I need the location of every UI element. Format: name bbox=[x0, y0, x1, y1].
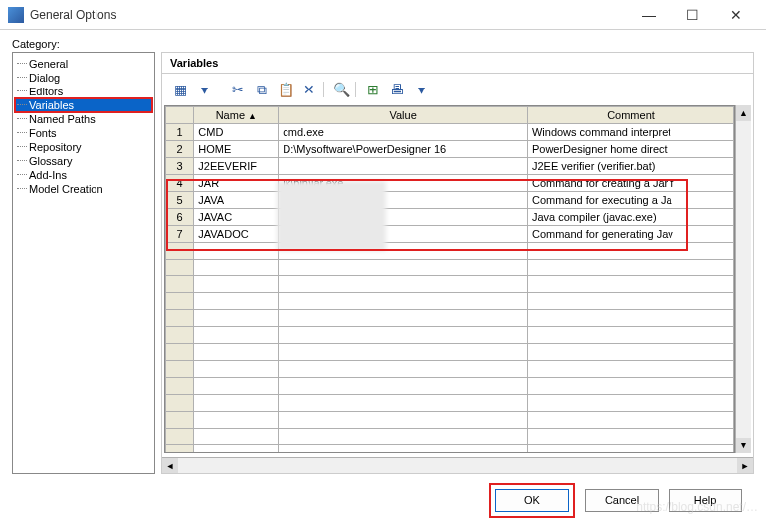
copy-icon[interactable]: ⧉ bbox=[252, 80, 272, 99]
horizontal-scrollbar[interactable]: ◄ ► bbox=[162, 457, 753, 473]
cell-value[interactable]: cmd.exe bbox=[279, 124, 528, 141]
tree-item-add-ins[interactable]: Add-Ins bbox=[15, 168, 152, 182]
close-button[interactable]: ✕ bbox=[714, 1, 758, 29]
help-button[interactable]: Help bbox=[669, 489, 742, 512]
tree-item-editors[interactable]: Editors bbox=[15, 85, 152, 98]
col-name-header[interactable]: Name ▲ bbox=[194, 107, 279, 124]
cell-name[interactable]: HOME bbox=[194, 141, 279, 158]
cut-icon[interactable]: ✂ bbox=[228, 80, 248, 99]
cell-comment[interactable]: Windows command interpret bbox=[527, 124, 733, 141]
redacted-area bbox=[277, 181, 386, 251]
tree-item-dialog[interactable]: Dialog bbox=[15, 71, 152, 85]
tree-item-general[interactable]: General bbox=[15, 57, 152, 71]
scroll-right-icon[interactable]: ► bbox=[737, 458, 753, 473]
table-row[interactable]: 6 JAVAC dk\bin\javac.exe Java compiler (… bbox=[166, 209, 734, 226]
category-tree[interactable]: General Dialog Editors Variables Named P… bbox=[12, 52, 155, 474]
minimize-button[interactable]: ― bbox=[627, 1, 670, 29]
sort-asc-icon: ▲ bbox=[248, 111, 257, 121]
scroll-up-icon[interactable]: ▲ bbox=[736, 105, 751, 121]
table-row[interactable]: 7 JAVADOC dk\bin\javadoc.exe Command for… bbox=[166, 226, 734, 243]
tree-item-named-paths[interactable]: Named Paths bbox=[15, 112, 152, 126]
dropdown2-icon[interactable]: ▾ bbox=[411, 80, 431, 99]
cell-comment[interactable]: Command for creating a Jar f bbox=[527, 175, 733, 192]
cell-name[interactable]: JAVAC bbox=[194, 209, 279, 226]
cell-value[interactable]: D:\Mysoftware\PowerDesigner 16 bbox=[279, 141, 528, 158]
table-row[interactable]: 3 J2EEVERIF J2EE verifier (verifier.bat) bbox=[166, 158, 734, 175]
cell-name[interactable]: CMD bbox=[194, 124, 279, 141]
cell-comment[interactable]: Command for generating Jav bbox=[527, 226, 733, 243]
table-row[interactable]: 5 JAVA lk\bin\java.exe Command for execu… bbox=[166, 192, 734, 209]
col-comment-header[interactable]: Comment bbox=[527, 107, 733, 124]
col-value-header[interactable]: Value bbox=[279, 107, 528, 124]
row-number: 7 bbox=[166, 226, 194, 243]
delete-icon[interactable]: ✕ bbox=[299, 80, 319, 99]
cell-name[interactable]: JAVADOC bbox=[194, 226, 279, 243]
rownum-header[interactable] bbox=[166, 107, 194, 124]
tree-item-repository[interactable]: Repository bbox=[15, 140, 152, 154]
table-row[interactable] bbox=[166, 378, 734, 395]
table-row[interactable] bbox=[166, 395, 734, 412]
tree-item-variables[interactable]: Variables bbox=[15, 98, 152, 112]
table-row[interactable] bbox=[166, 412, 734, 429]
table-row[interactable]: 2 HOME D:\Mysoftware\PowerDesigner 16 Po… bbox=[166, 141, 734, 158]
cell-comment[interactable]: PowerDesigner home direct bbox=[527, 141, 733, 158]
window-title: General Options bbox=[30, 8, 627, 22]
scroll-left-icon[interactable]: ◄ bbox=[162, 458, 178, 473]
vertical-scrollbar[interactable]: ▲ ▼ bbox=[735, 105, 751, 453]
cell-name[interactable]: JAVA bbox=[194, 192, 279, 209]
tree-item-fonts[interactable]: Fonts bbox=[15, 126, 152, 140]
cell-comment[interactable]: Command for executing a Ja bbox=[527, 192, 733, 209]
excel-icon[interactable]: ⊞ bbox=[363, 80, 383, 99]
variables-panel: Variables ▦ ▾ ✂ ⧉ 📋 ✕ 🔍 ⊞ 🖶 ▾ bbox=[161, 52, 754, 474]
table-row[interactable]: 1 CMD cmd.exe Windows command interpret bbox=[166, 124, 734, 141]
tree-item-model-creation[interactable]: Model Creation bbox=[15, 182, 152, 196]
cell-comment[interactable]: Java compiler (javac.exe) bbox=[527, 209, 733, 226]
paste-icon[interactable]: 📋 bbox=[276, 80, 295, 99]
table-row[interactable]: 4 JAR lk\bin\jar.exe Command for creatin… bbox=[166, 175, 734, 192]
ok-button[interactable]: OK bbox=[495, 489, 569, 512]
cell-name[interactable]: J2EEVERIF bbox=[194, 158, 279, 175]
cell-value[interactable] bbox=[279, 158, 528, 175]
table-row[interactable] bbox=[166, 361, 734, 378]
row-number: 3 bbox=[166, 158, 194, 175]
table-row[interactable] bbox=[166, 243, 734, 260]
table-row[interactable] bbox=[166, 344, 734, 361]
row-number: 4 bbox=[166, 175, 194, 192]
row-number: 5 bbox=[166, 192, 194, 209]
title-bar: General Options ― ☐ ✕ bbox=[0, 0, 766, 30]
find-icon[interactable]: 🔍 bbox=[331, 80, 351, 99]
table-row[interactable] bbox=[166, 260, 734, 276]
dropdown-icon[interactable]: ▾ bbox=[194, 80, 214, 99]
row-number: 2 bbox=[166, 141, 194, 158]
table-row[interactable] bbox=[166, 327, 734, 344]
tab-title: Variables bbox=[170, 57, 218, 69]
tab-header: Variables bbox=[162, 53, 753, 74]
cell-name[interactable]: JAR bbox=[194, 175, 279, 192]
row-number: 6 bbox=[166, 209, 194, 226]
table-row[interactable] bbox=[166, 310, 734, 327]
table-row[interactable] bbox=[166, 445, 734, 454]
maximize-button[interactable]: ☐ bbox=[670, 1, 714, 29]
ok-highlight: OK bbox=[489, 483, 575, 518]
dialog-buttons: OK Cancel Help bbox=[12, 480, 754, 520]
row-number: 1 bbox=[166, 124, 194, 141]
tree-item-glossary[interactable]: Glossary bbox=[15, 154, 152, 168]
table-row[interactable] bbox=[166, 276, 734, 293]
properties-icon[interactable]: ▦ bbox=[170, 80, 190, 99]
scroll-down-icon[interactable]: ▼ bbox=[736, 438, 751, 453]
variables-grid[interactable]: Name ▲ Value Comment 1 CMD cmd.exe Windo… bbox=[164, 105, 735, 453]
cell-comment[interactable]: J2EE verifier (verifier.bat) bbox=[527, 158, 733, 175]
category-label: Category: bbox=[12, 38, 754, 50]
toolbar: ▦ ▾ ✂ ⧉ 📋 ✕ 🔍 ⊞ 🖶 ▾ bbox=[162, 74, 753, 105]
table-row[interactable] bbox=[166, 293, 734, 310]
print-icon[interactable]: 🖶 bbox=[387, 80, 407, 99]
app-icon bbox=[8, 7, 24, 23]
cancel-button[interactable]: Cancel bbox=[585, 489, 659, 512]
table-row[interactable] bbox=[166, 429, 734, 445]
